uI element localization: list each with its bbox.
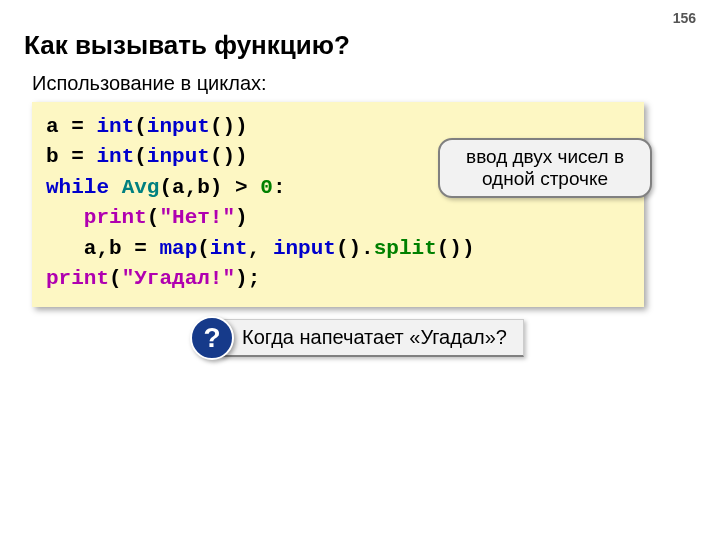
code-line-4: print("Нет!") bbox=[46, 203, 630, 233]
code-keyword-print: print bbox=[46, 267, 109, 290]
code-keyword-input: input bbox=[147, 115, 210, 138]
code-literal-zero: 0 bbox=[260, 176, 273, 199]
question-mark-icon: ? bbox=[190, 316, 234, 360]
code-token: > bbox=[235, 176, 248, 199]
code-keyword-input: input bbox=[147, 145, 210, 168]
code-token: = bbox=[71, 115, 84, 138]
code-token: : bbox=[273, 176, 286, 199]
page-number: 156 bbox=[673, 10, 696, 26]
code-keyword-int: int bbox=[96, 145, 134, 168]
code-token: ); bbox=[235, 267, 260, 290]
code-token: ()) bbox=[210, 115, 248, 138]
code-token: ( bbox=[147, 206, 160, 229]
code-token: = bbox=[134, 237, 147, 260]
callout-note: ввод двух чисел в одной строчке bbox=[438, 138, 652, 198]
code-string: "Угадал!" bbox=[122, 267, 235, 290]
question-text: Когда напечатает «Угадал»? bbox=[220, 319, 524, 357]
code-token bbox=[84, 145, 97, 168]
code-string: "Нет!" bbox=[159, 206, 235, 229]
code-token: a bbox=[46, 115, 71, 138]
code-token: , bbox=[248, 237, 273, 260]
code-token: ) bbox=[235, 206, 248, 229]
code-token bbox=[147, 237, 160, 260]
code-token bbox=[109, 176, 122, 199]
code-method-split: split bbox=[374, 237, 437, 260]
code-token bbox=[46, 206, 84, 229]
code-token: = bbox=[71, 145, 84, 168]
code-keyword-int: int bbox=[210, 237, 248, 260]
code-line-6: print("Угадал!"); bbox=[46, 264, 630, 294]
code-keyword-while: while bbox=[46, 176, 109, 199]
question-row: ? Когда напечатает «Угадал»? bbox=[190, 316, 524, 360]
code-token: ()) bbox=[437, 237, 475, 260]
code-token: (). bbox=[336, 237, 374, 260]
code-keyword-print: print bbox=[84, 206, 147, 229]
code-keyword-map: map bbox=[159, 237, 197, 260]
slide-title: Как вызывать функцию? bbox=[24, 30, 350, 61]
code-keyword-input: input bbox=[273, 237, 336, 260]
code-token bbox=[248, 176, 261, 199]
slide-subtitle: Использование в циклах: bbox=[32, 72, 267, 95]
code-token: (a,b) bbox=[159, 176, 235, 199]
code-block: a = int(input()) b = int(input()) while … bbox=[32, 102, 644, 307]
code-line-5: a,b = map(int, input().split()) bbox=[46, 234, 630, 264]
code-func-avg: Avg bbox=[122, 176, 160, 199]
code-token: ( bbox=[134, 145, 147, 168]
code-token: ( bbox=[197, 237, 210, 260]
code-token: ()) bbox=[210, 145, 248, 168]
code-token: a,b bbox=[46, 237, 134, 260]
code-token: ( bbox=[134, 115, 147, 138]
code-token: b bbox=[46, 145, 71, 168]
code-keyword-int: int bbox=[96, 115, 134, 138]
code-token bbox=[84, 115, 97, 138]
code-token: ( bbox=[109, 267, 122, 290]
